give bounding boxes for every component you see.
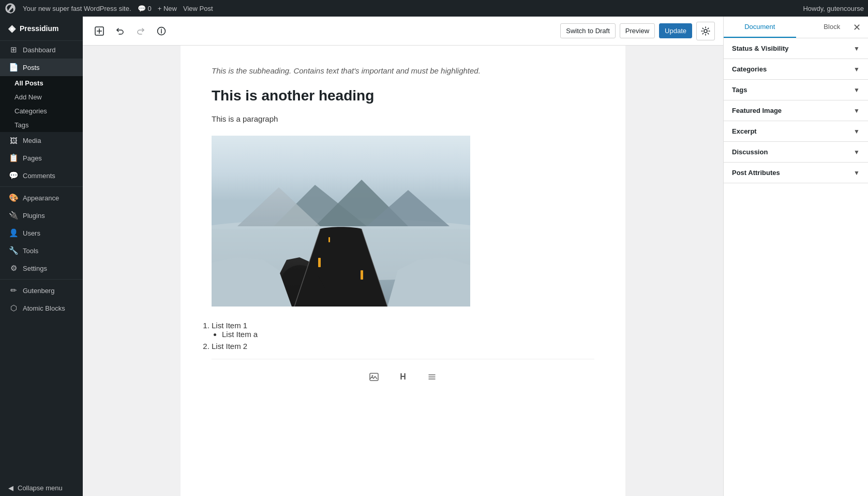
sidebar-item-add-new[interactable]: Add New	[0, 90, 83, 104]
subheading-text[interactable]: This is the subheading. Contains text th…	[212, 66, 594, 75]
right-panel-tabs: Document Block ✕	[724, 17, 868, 38]
editor-canvas: This is the subheading. Contains text th…	[181, 46, 625, 496]
sidebar-brand[interactable]: ◈ Pressidium	[0, 17, 83, 41]
plugins-icon: 🔌	[8, 211, 19, 220]
chevron-down-icon: ▼	[854, 45, 860, 52]
section-tags-header[interactable]: Tags ▼	[724, 80, 868, 100]
redo-button[interactable]	[132, 23, 149, 39]
heading-2[interactable]: This is another heading	[212, 87, 594, 104]
sidebar-item-atomic-blocks[interactable]: ⬡ Atomic Blocks	[0, 299, 83, 317]
section-excerpt: Excerpt ▼	[724, 121, 868, 142]
posts-icon: 📄	[8, 63, 19, 72]
howdy-text: Howdy, gutencourse	[803, 5, 864, 12]
list-block[interactable]: List Item 1 List Item a List Item 2	[212, 321, 594, 351]
sidebar-item-posts[interactable]: 📄 Posts	[0, 59, 83, 76]
tools-icon: 🔧	[8, 246, 19, 255]
update-button[interactable]: Update	[659, 23, 692, 38]
right-panel-content: Status & Visibility ▼ Categories ▼ Tags …	[724, 38, 868, 496]
section-status-visibility-header[interactable]: Status & Visibility ▼	[724, 38, 868, 59]
users-icon: 👤	[8, 228, 19, 238]
sidebar-item-users[interactable]: 👤 Users	[0, 224, 83, 242]
main-layout: ◈ Pressidium ⊞ Dashboard 📄 Posts All Pos…	[0, 17, 868, 496]
editor-content[interactable]: This is the subheading. Contains text th…	[83, 46, 723, 496]
add-block-button[interactable]	[91, 23, 108, 39]
posts-submenu: All Posts Add New Categories Tags	[0, 76, 83, 132]
sidebar-item-plugins[interactable]: 🔌 Plugins	[0, 207, 83, 224]
section-status-visibility: Status & Visibility ▼	[724, 38, 868, 59]
section-discussion: Discussion ▼	[724, 142, 868, 163]
chevron-down-icon: ▼	[854, 169, 860, 177]
svg-point-29	[372, 375, 373, 377]
ordered-list: List Item 1 List Item a List Item 2	[212, 321, 594, 351]
svg-rect-25	[328, 237, 330, 242]
svg-rect-23	[318, 258, 321, 267]
undo-button[interactable]	[112, 23, 128, 39]
chevron-down-icon: ▼	[854, 86, 860, 94]
section-post-attributes-header[interactable]: Post Attributes ▼	[724, 163, 868, 183]
settings-icon: ⚙	[8, 264, 19, 273]
close-panel-button[interactable]: ✕	[849, 20, 864, 35]
sidebar-divider-2	[0, 279, 83, 280]
settings-panel-button[interactable]	[696, 22, 715, 40]
brand-icon: ◈	[8, 23, 16, 34]
section-categories-header[interactable]: Categories ▼	[724, 59, 868, 79]
section-categories: Categories ▼	[724, 59, 868, 80]
collapse-icon: ◀	[8, 484, 13, 492]
appearance-icon: 🎨	[8, 193, 19, 202]
new-menu[interactable]: + New	[158, 5, 177, 12]
info-button[interactable]	[153, 23, 170, 39]
view-post-link[interactable]: View Post	[183, 5, 213, 12]
gutenberg-icon: ✏	[8, 286, 19, 295]
chevron-down-icon: ▼	[854, 128, 860, 135]
sidebar-item-settings[interactable]: ⚙ Settings	[0, 259, 83, 277]
sidebar-item-tools[interactable]: 🔧 Tools	[0, 242, 83, 259]
tab-document[interactable]: Document	[724, 17, 796, 38]
sidebar-item-categories[interactable]: Categories	[0, 104, 83, 118]
insert-heading-button[interactable]: H	[394, 368, 412, 386]
list-item[interactable]: List Item 1 List Item a	[212, 321, 594, 339]
sidebar-item-media[interactable]: 🖼 Media	[0, 132, 83, 149]
svg-point-7	[704, 30, 707, 33]
section-featured-image-header[interactable]: Featured Image ▼	[724, 100, 868, 121]
wp-icon[interactable]	[4, 2, 17, 14]
collapse-menu-button[interactable]: ◀ Collapse menu	[0, 480, 83, 496]
insert-list-button[interactable]	[423, 368, 441, 386]
paragraph-block[interactable]: This is a paragraph	[212, 114, 594, 123]
right-panel: Document Block ✕ Status & Visibility ▼ C…	[723, 17, 868, 496]
sub-list: List Item a	[222, 330, 594, 339]
section-discussion-header[interactable]: Discussion ▼	[724, 142, 868, 162]
list-item[interactable]: List Item 2	[212, 342, 594, 351]
preview-button[interactable]: Preview	[620, 23, 655, 38]
svg-point-6	[161, 28, 162, 30]
image-block[interactable]	[212, 136, 594, 309]
switch-draft-button[interactable]: Switch to Draft	[560, 23, 616, 38]
comments-link[interactable]: 💬 0	[138, 5, 152, 12]
comment-bubble-icon: 💬	[138, 5, 146, 12]
section-post-attributes: Post Attributes ▼	[724, 163, 868, 183]
insert-image-button[interactable]	[365, 368, 383, 386]
svg-rect-28	[370, 373, 378, 381]
site-name[interactable]: Your new super fast WordPress site.	[23, 5, 131, 12]
sidebar: ◈ Pressidium ⊞ Dashboard 📄 Posts All Pos…	[0, 17, 83, 496]
editor-area: Switch to Draft Preview Update This is t…	[83, 17, 723, 496]
sub-list-item[interactable]: List Item a	[222, 330, 594, 339]
sidebar-item-comments[interactable]: 💬 Comments	[0, 167, 83, 184]
sidebar-item-tags[interactable]: Tags	[0, 118, 83, 132]
sidebar-item-dashboard[interactable]: ⊞ Dashboard	[0, 41, 83, 59]
section-excerpt-header[interactable]: Excerpt ▼	[724, 121, 868, 141]
sidebar-item-pages[interactable]: 📋 Pages	[0, 149, 83, 167]
media-icon: 🖼	[8, 136, 19, 145]
toolbar-right: Switch to Draft Preview Update	[560, 22, 715, 40]
sidebar-item-appearance[interactable]: 🎨 Appearance	[0, 189, 83, 207]
chevron-down-icon: ▼	[854, 149, 860, 156]
sidebar-item-all-posts[interactable]: All Posts	[0, 76, 83, 90]
sidebar-divider-1	[0, 186, 83, 187]
atomic-blocks-icon: ⬡	[8, 303, 19, 313]
editor-toolbar: Switch to Draft Preview Update	[83, 17, 723, 46]
svg-rect-24	[361, 270, 363, 280]
chevron-down-icon: ▼	[854, 107, 860, 114]
block-toolbar: H	[212, 359, 594, 395]
comments-icon: 💬	[8, 171, 19, 180]
toolbar-left	[91, 23, 170, 39]
sidebar-item-gutenberg[interactable]: ✏ Gutenberg	[0, 282, 83, 299]
